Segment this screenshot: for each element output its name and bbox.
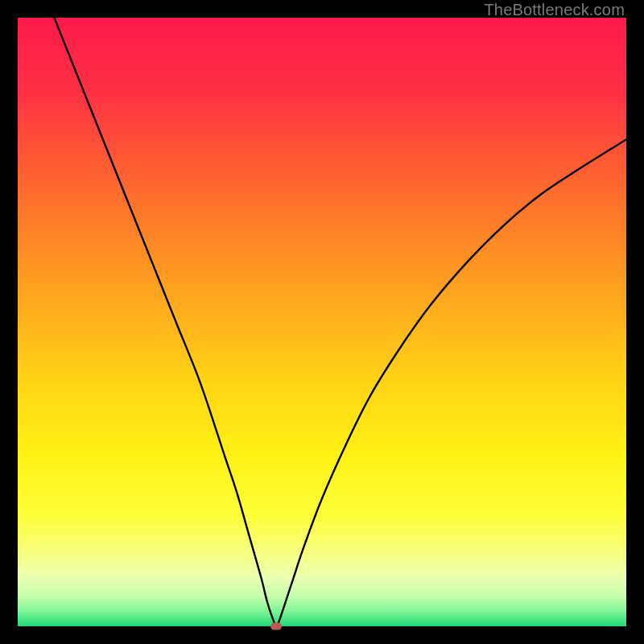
curve-layer [18,18,626,626]
watermark-text: TheBottleneck.com [484,1,625,19]
bottleneck-curve [54,18,626,626]
min-marker [270,623,282,630]
chart-frame: TheBottleneck.com [0,0,644,644]
plot-area [18,18,626,626]
